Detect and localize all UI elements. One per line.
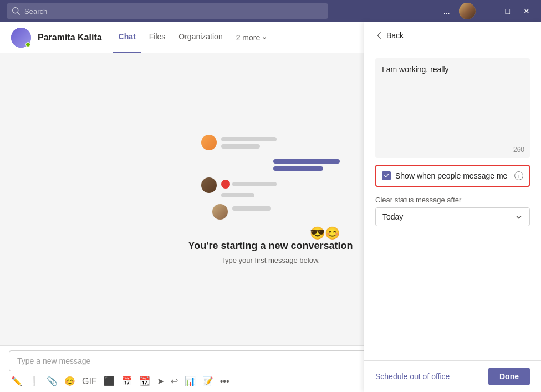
conv-line-dark [273, 159, 340, 164]
tab-more-label: 2 more [236, 33, 261, 42]
note-icon[interactable]: 📝 [202, 376, 213, 386]
sticker-icon[interactable]: ⬛ [104, 376, 115, 386]
conv-avatar-1 [201, 135, 217, 150]
tab-files[interactable]: Files [144, 22, 171, 53]
contact-avatar [11, 28, 31, 48]
conv-bubble-4 [232, 204, 271, 211]
meet-icon[interactable]: 📅 [121, 376, 132, 386]
panel-footer: Schedule out of office Done [364, 360, 541, 392]
conv-row-1 [201, 135, 340, 150]
dropdown-value: Today [382, 212, 403, 221]
tab-more[interactable]: 2 more [231, 22, 273, 53]
chevron-down-icon [515, 213, 523, 221]
urgent-icon[interactable]: ❕ [29, 376, 40, 386]
start-title: You're starting a new conversation [188, 240, 353, 252]
info-icon[interactable]: i [514, 171, 523, 180]
conv-bubble-2 [273, 157, 340, 171]
conv-avatar-2 [201, 177, 217, 193]
status-textarea[interactable] [382, 65, 523, 148]
tab-organization[interactable]: Organization [173, 22, 228, 53]
conv-line [232, 206, 271, 211]
loop-icon[interactable]: ↩ [171, 376, 178, 386]
contact-name: Paramita Kalita [38, 33, 102, 43]
chart-icon[interactable]: 📊 [185, 376, 196, 386]
gif-icon[interactable]: GIF [82, 376, 97, 386]
chevron-down-icon [262, 35, 267, 40]
conv-reaction [221, 180, 277, 189]
conv-line-dark [273, 166, 323, 171]
conversation-illustration: 😎 😊 [201, 135, 340, 229]
conv-row-2 [201, 157, 340, 171]
status-textarea-wrapper: 260 [375, 58, 530, 158]
search-bar[interactable]: Search [7, 3, 328, 19]
schedule-link[interactable]: Schedule out of office [375, 372, 450, 381]
conv-line [221, 193, 254, 197]
more-toolbar[interactable]: ••• [220, 376, 229, 386]
chat-tabs: Chat Files Organization 2 more [113, 22, 273, 53]
tab-chat[interactable]: Chat [113, 22, 141, 53]
close-button[interactable]: ✕ [519, 4, 534, 18]
start-subtitle: Type your first message below. [221, 256, 320, 264]
back-label: Back [386, 31, 404, 40]
conv-line [232, 182, 277, 186]
search-icon [12, 7, 20, 15]
attach-icon[interactable]: 📎 [47, 376, 58, 386]
emoji-row: 😎 😊 [201, 226, 340, 241]
emoji-sunglasses: 😎 [310, 226, 325, 241]
done-button[interactable]: Done [488, 368, 530, 385]
clear-after-label: Clear status message after [375, 196, 530, 204]
avatar[interactable] [459, 3, 476, 19]
conv-bubble-3 [221, 177, 277, 197]
char-count: 260 [513, 146, 524, 154]
show-when-message-checkbox-row: Show when people message me i [375, 165, 530, 187]
clear-after-dropdown[interactable]: Today [375, 207, 530, 226]
conv-row-3 [201, 177, 340, 197]
conv-row-4 [212, 204, 340, 220]
maximize-button[interactable]: □ [501, 4, 514, 18]
panel-body: 260 Show when people message me i Clear … [364, 49, 541, 360]
online-status-dot [25, 42, 30, 47]
format-icon[interactable]: ✏️ [11, 376, 22, 386]
emoji-smile: 😊 [325, 226, 340, 241]
back-button[interactable]: Back [375, 31, 404, 40]
arrow-icon[interactable]: ➤ [157, 376, 164, 386]
show-message-checkbox[interactable] [382, 171, 391, 180]
emoji-icon[interactable]: 😊 [64, 376, 75, 386]
minimize-button[interactable]: — [480, 4, 497, 18]
search-placeholder: Search [24, 7, 47, 16]
checkmark-icon [384, 173, 389, 179]
show-message-label: Show when people message me [395, 171, 510, 180]
conv-line [221, 144, 260, 149]
titlebar: Search ... — □ ✕ [0, 0, 541, 22]
conv-avatar-3 [212, 204, 228, 220]
titlebar-controls: ... — □ ✕ [439, 3, 534, 19]
conv-line [221, 137, 277, 141]
conv-bubble-1 [221, 135, 277, 149]
back-chevron-icon [375, 32, 383, 39]
right-panel: Back 260 Show when people message me i C… [364, 22, 541, 392]
more-options-button[interactable]: ... [439, 4, 455, 18]
schedule-icon[interactable]: 📆 [139, 376, 150, 386]
panel-header: Back [364, 22, 541, 49]
message-placeholder: Type a new message [17, 357, 90, 365]
reaction-dot [221, 180, 230, 189]
